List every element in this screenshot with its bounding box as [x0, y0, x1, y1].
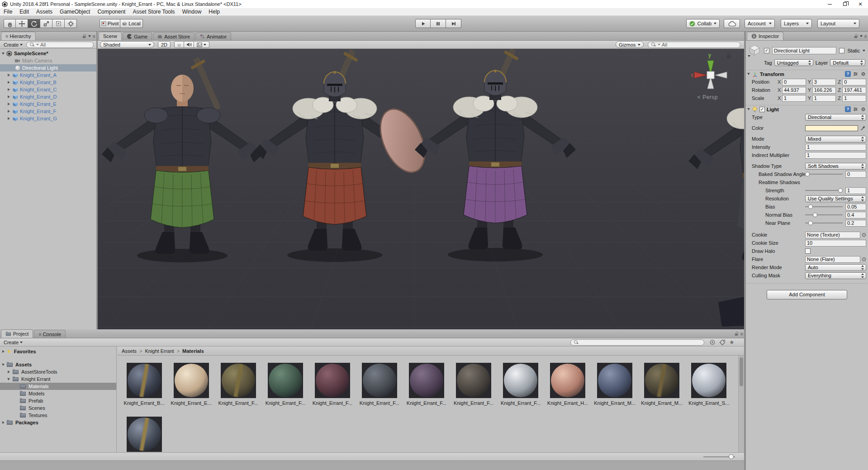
material-item[interactable]: Knight_Errant_S...	[686, 363, 732, 406]
foldout-arrow-icon[interactable]	[8, 110, 10, 113]
foldout-arrow-icon[interactable]	[8, 74, 10, 76]
hierarchy-tab[interactable]: ≡ Hierarchy	[1, 32, 36, 40]
tree-item-models[interactable]: Models	[0, 390, 116, 397]
light-mode-dropdown[interactable]: Mixed	[805, 136, 866, 142]
breadcrumb-assets[interactable]: Assets	[122, 348, 137, 354]
foldout-arrow-icon[interactable]	[8, 117, 10, 120]
search-by-type-icon[interactable]	[709, 339, 716, 345]
scene-viewport[interactable]: y x < Persp	[98, 49, 744, 329]
bias-field[interactable]: 0.05	[845, 204, 866, 210]
menu-assets[interactable]: Assets	[33, 9, 56, 15]
culling-mask-dropdown[interactable]: Everything	[805, 272, 866, 279]
menu-help[interactable]: Help	[205, 9, 223, 15]
foldout-arrow-icon[interactable]	[2, 364, 5, 366]
foldout-arrow-icon[interactable]	[2, 350, 5, 353]
shadow-type-dropdown[interactable]: Soft Shadows	[805, 163, 866, 170]
tree-item-textures[interactable]: Textures	[0, 412, 116, 419]
tree-item-prefab[interactable]: Prefab	[0, 397, 116, 404]
preset-icon[interactable]	[853, 71, 859, 77]
scale-tool-button[interactable]	[40, 19, 52, 28]
hand-tool-button[interactable]	[4, 19, 16, 28]
hierarchy-item-knight-g[interactable]: Knight_Errant_G	[0, 115, 96, 122]
scene-audio-button[interactable]	[184, 41, 194, 48]
scene-effects-dropdown[interactable]	[194, 41, 209, 48]
material-item[interactable]: Knight_Errant_F...	[451, 363, 496, 406]
baked-shadow-angle-field[interactable]: 0	[845, 171, 866, 178]
foldout-arrow-icon[interactable]	[8, 88, 10, 91]
object-picker-icon[interactable]: ⊙	[862, 256, 866, 262]
foldout-arrow-icon[interactable]	[8, 95, 10, 98]
light-component-header[interactable]: ✓ Light ?	[746, 105, 868, 113]
favorites-filter-icon[interactable]: ★	[729, 340, 735, 345]
material-item[interactable]: Knight_Errant_F...	[403, 363, 449, 406]
projection-mode-label[interactable]: < Persp	[697, 94, 718, 100]
scrollbar-thumb[interactable]	[740, 357, 743, 386]
cloud-button[interactable]	[724, 19, 740, 28]
local-toggle-button[interactable]: Local	[120, 19, 143, 28]
tag-dropdown[interactable]: Untagged	[774, 59, 813, 66]
orientation-gizmo[interactable]: y x < Persp	[687, 51, 734, 104]
render-mode-dropdown[interactable]: Auto	[805, 264, 866, 271]
collab-dropdown[interactable]: Collab	[686, 19, 720, 28]
strength-field[interactable]: 1	[845, 187, 866, 194]
help-icon[interactable]: ?	[845, 71, 851, 77]
move-tool-button[interactable]	[16, 19, 28, 28]
foldout-arrow-icon[interactable]	[2, 52, 5, 55]
hierarchy-create-button[interactable]: Create	[1, 42, 25, 47]
rotate-tool-button[interactable]	[28, 19, 40, 28]
foldout-arrow-icon[interactable]	[7, 378, 10, 380]
scale-y-field[interactable]: 1	[812, 95, 836, 102]
pause-button[interactable]	[431, 19, 446, 28]
transform-tool-button[interactable]	[65, 19, 77, 28]
hierarchy-item-scene[interactable]: SampleScene*	[0, 50, 96, 57]
intensity-field[interactable]: 1	[805, 144, 866, 151]
foldout-arrow-icon[interactable]	[747, 73, 750, 75]
near-plane-slider[interactable]	[805, 220, 843, 226]
light-color-swatch[interactable]	[805, 125, 858, 131]
menu-file[interactable]: File	[0, 9, 16, 15]
position-x-field[interactable]: 0	[782, 79, 806, 85]
position-z-field[interactable]: 0	[842, 79, 866, 85]
eyedropper-icon[interactable]	[860, 125, 866, 131]
strength-slider[interactable]	[805, 188, 843, 193]
2d-toggle-button[interactable]: 2D	[158, 41, 171, 48]
preset-icon[interactable]	[853, 106, 859, 112]
project-search-input[interactable]	[570, 339, 704, 346]
menu-component[interactable]: Component	[94, 9, 129, 15]
tree-item-materials[interactable]: Materials	[0, 383, 116, 390]
hierarchy-item-knight-e[interactable]: Knight_Errant_E	[0, 100, 96, 108]
foldout-arrow-icon[interactable]	[8, 370, 10, 373]
flare-object-field[interactable]: None (Flare)	[805, 256, 860, 263]
tree-item-favorites[interactable]: ★ Favorites	[0, 348, 116, 355]
scene-lighting-button[interactable]: ☼	[174, 41, 184, 48]
cookie-object-field[interactable]: None (Texture)	[805, 232, 860, 238]
layer-dropdown[interactable]: Default	[830, 59, 865, 66]
add-component-button[interactable]: Add Component	[767, 290, 847, 299]
rotation-y-field[interactable]: 166.226	[812, 87, 836, 94]
step-button[interactable]	[446, 19, 461, 28]
static-dropdown-icon[interactable]	[863, 50, 865, 52]
slider-knob[interactable]	[729, 454, 734, 459]
foldout-arrow-icon[interactable]	[2, 421, 5, 424]
object-picker-icon[interactable]: ⊙	[862, 232, 866, 238]
gear-icon[interactable]	[860, 106, 866, 112]
materials-vertical-scrollbar[interactable]	[738, 356, 744, 452]
scene-search-input[interactable]: All	[648, 42, 740, 48]
tree-item-knight-errant[interactable]: Knight Errant	[0, 375, 116, 383]
breadcrumb-knight-errant[interactable]: Knight Errant	[145, 348, 174, 354]
scale-x-field[interactable]: 1	[782, 95, 806, 102]
material-item[interactable]: Knight_Errant_F...	[309, 363, 355, 406]
foldout-arrow-icon[interactable]	[747, 108, 750, 110]
tab-console[interactable]: ≡ Console	[34, 330, 66, 338]
panel-menu-icon[interactable]	[88, 35, 91, 37]
menu-window[interactable]: Window	[179, 9, 205, 15]
hierarchy-search-input[interactable]: All	[26, 42, 94, 48]
panel-menu-icon[interactable]	[860, 35, 863, 37]
hamburger-icon[interactable]: ≡	[864, 33, 867, 39]
bias-slider[interactable]	[805, 204, 843, 209]
cookie-size-field[interactable]: 10	[805, 240, 866, 247]
gizmos-dropdown[interactable]: Gizmos	[616, 41, 644, 48]
layout-dropdown[interactable]: Layout	[817, 19, 859, 28]
gameobject-name-field[interactable]: Directional Light	[772, 47, 836, 54]
layers-dropdown[interactable]: Layers	[781, 19, 812, 28]
